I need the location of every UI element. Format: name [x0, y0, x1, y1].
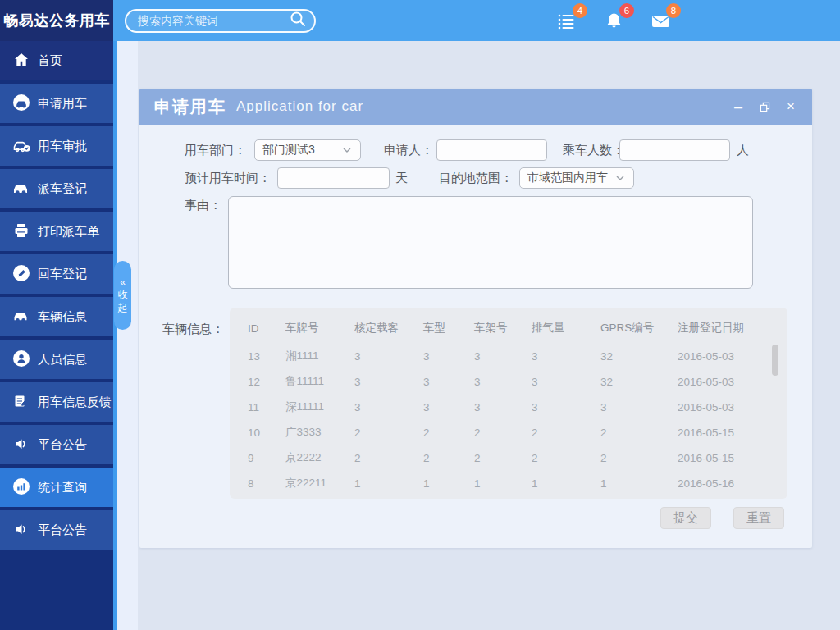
destination-value: 市域范围内用车	[527, 171, 608, 185]
panel-title: 申请用车	[154, 96, 226, 118]
table-cell: 3	[600, 395, 678, 420]
submit-button[interactable]: 提交	[660, 507, 711, 529]
topbar: 畅易达公务用车 4	[0, 0, 840, 41]
sidebar-item-approve-car[interactable]: 用车审批	[0, 126, 113, 166]
search-input[interactable]	[138, 14, 288, 27]
car-dispatch-icon	[11, 178, 31, 200]
table-cell: 2	[354, 445, 423, 471]
sidebar-item-vehicle-info[interactable]: 车辆信息	[0, 297, 113, 336]
sidebar-accent-strip	[113, 41, 117, 630]
sidebar-item-label: 统计查询	[38, 480, 87, 495]
passengers-input[interactable]	[619, 139, 730, 161]
task-count-badge: 4	[573, 3, 587, 18]
car-approve-icon	[11, 135, 31, 158]
search-box[interactable]	[125, 9, 316, 33]
table-scrollbar[interactable]	[772, 345, 778, 376]
restore-button[interactable]	[758, 100, 771, 113]
table-cell: 2	[600, 420, 678, 445]
sidebar-item-home[interactable]: 首页	[0, 41, 113, 80]
table-cell: 2016-05-03	[678, 344, 788, 369]
table-cell: 1	[354, 471, 423, 496]
sidebar-item-label: 申请用车	[38, 96, 87, 112]
sidebar-item-label: 首页	[38, 53, 62, 69]
table-row[interactable]: 8京22211111112016-05-16	[230, 471, 788, 496]
table-cell: 3	[474, 344, 532, 369]
reason-label: 事由：	[185, 198, 221, 213]
sidebar-item-apply-car[interactable]: 申请用车	[0, 84, 113, 123]
collapse-arrow-icon: «	[120, 276, 126, 290]
table-cell: 京2222	[285, 445, 354, 471]
table-cell: 2016-05-16	[678, 471, 788, 496]
column-header: 车架号	[474, 318, 532, 344]
column-header: 车牌号	[285, 318, 354, 344]
table-cell: 12	[230, 369, 285, 395]
table-cell: 2016-05-15	[678, 445, 788, 471]
table-cell: 3	[354, 369, 423, 395]
sidebar-item-dispatch-car[interactable]: 派车登记	[0, 169, 113, 208]
reset-button[interactable]: 重置	[733, 507, 784, 529]
sidebar-item-personnel-info[interactable]: 人员信息	[0, 340, 113, 379]
sidebar: 首页 申请用车 用车审批 派车登记 打印派车单	[0, 41, 113, 630]
sidebar-item-return-register[interactable]: 回车登记	[0, 254, 113, 294]
table-cell: 3	[532, 344, 600, 369]
sidebar-item-platform-announcement[interactable]: 平台公告	[0, 425, 113, 464]
content-gutter	[117, 41, 138, 630]
minimize-button[interactable]: –	[732, 100, 745, 113]
column-header: 车型	[423, 318, 474, 344]
table-cell: 10	[230, 420, 285, 445]
close-button[interactable]: ×	[784, 100, 797, 113]
table-row[interactable]: 10广3333222222016-05-15	[230, 420, 788, 445]
table-row[interactable]: 13湘11113333322016-05-03	[230, 344, 788, 369]
column-header: 排气量	[532, 318, 600, 344]
sidebar-collapse-button[interactable]: « 收起	[114, 261, 131, 330]
sidebar-item-feedback[interactable]: 用车信息反馈	[0, 382, 113, 422]
table-cell: 京22211	[285, 471, 354, 496]
notification-icons: 4 6 8	[556, 0, 672, 41]
duration-label: 预计用车时间：	[185, 171, 271, 186]
search-icon[interactable]	[288, 9, 308, 32]
table-cell: 3	[423, 395, 474, 420]
sidebar-item-statistics[interactable]: 统计查询	[0, 468, 113, 507]
sidebar-item-label: 用车信息反馈	[38, 395, 112, 410]
application-panel: 申请用车 Application for car – × 用车部门： 部门测试3…	[139, 89, 812, 548]
return-register-icon	[11, 263, 31, 285]
task-list-button[interactable]: 4	[556, 10, 578, 32]
table-cell: 2	[600, 445, 678, 471]
table-cell: 32	[600, 344, 678, 369]
table-cell: 3	[354, 344, 423, 369]
table-cell: 2	[474, 420, 532, 445]
vehicle-table-body: 13湘11113333322016-05-0312鲁11111333332201…	[230, 344, 788, 496]
reason-textarea[interactable]	[228, 196, 753, 289]
table-row[interactable]: 12鲁111113333322016-05-03	[230, 369, 788, 395]
printer-icon	[11, 221, 31, 243]
table-row[interactable]: 9京2222222222016-05-15	[230, 445, 788, 471]
table-cell: 湘1111	[285, 344, 354, 369]
sidebar-item-print-dispatch[interactable]: 打印派车单	[0, 212, 113, 251]
destination-select[interactable]: 市域范围内用车	[519, 167, 634, 189]
table-row[interactable]: 11深11111333332016-05-03	[230, 395, 788, 420]
table-cell: 3	[423, 369, 474, 395]
table-cell: 鲁11111	[285, 369, 354, 395]
sidebar-item-platform-announcement-2[interactable]: 平台公告	[0, 510, 113, 550]
table-cell: 2	[474, 445, 532, 471]
department-label: 用车部门：	[185, 143, 246, 158]
sidebar-item-label: 平台公告	[38, 523, 87, 538]
table-cell: 2	[423, 445, 474, 471]
passengers-label: 乘车人数：	[563, 143, 624, 158]
sidebar-item-label: 派车登记	[38, 181, 87, 197]
table-cell: 32	[600, 369, 678, 395]
duration-input[interactable]	[277, 167, 390, 189]
applicant-label: 申请人：	[384, 143, 433, 158]
applicant-input[interactable]	[436, 139, 547, 161]
stats-icon	[11, 477, 31, 499]
panel-header: 申请用车 Application for car – ×	[139, 89, 812, 125]
vehicle-table: ID 车牌号 核定载客 车型 车架号 排气量 GPRS编号 注册登记日期 13湘…	[230, 308, 788, 499]
messages-button[interactable]: 8	[650, 10, 672, 32]
announcement-icon	[11, 434, 31, 456]
message-count-badge: 8	[666, 3, 681, 18]
alerts-button[interactable]: 6	[603, 10, 625, 32]
table-cell: 9	[230, 445, 285, 471]
column-header: ID	[230, 318, 285, 344]
department-select[interactable]: 部门测试3	[254, 139, 361, 161]
sidebar-item-label: 打印派车单	[38, 224, 99, 240]
